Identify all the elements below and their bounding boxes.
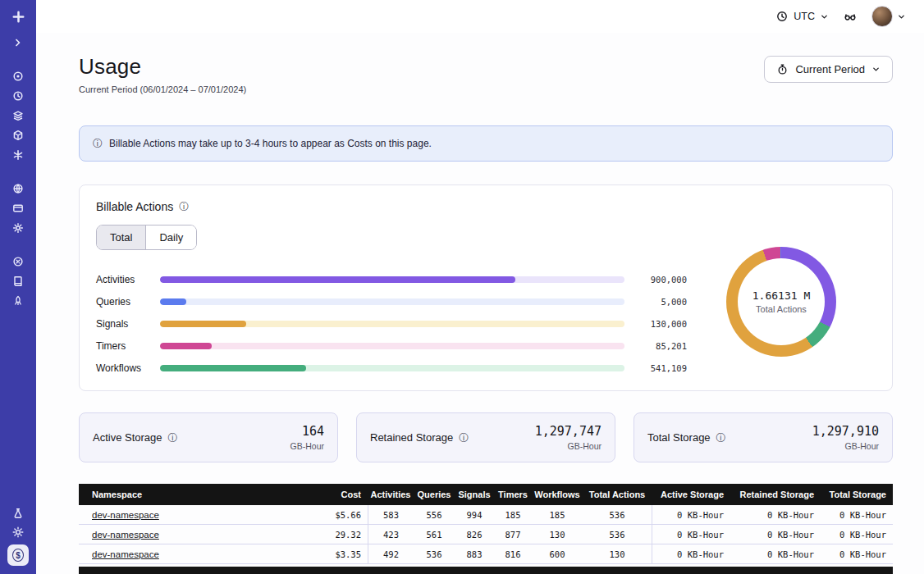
bar-row: Workflows541,109	[96, 357, 687, 379]
bar-fill	[160, 343, 212, 349]
active-storage-cell: 0 KB-Hour	[652, 544, 730, 563]
flask-icon[interactable]	[6, 503, 30, 522]
storage-card-value: 164	[290, 424, 324, 439]
layers-icon[interactable]	[6, 106, 30, 125]
active-storage-cell: 0 KB-Hour	[652, 525, 730, 544]
bar-row: Activities900,000	[96, 268, 687, 290]
bar-value: 85,201	[634, 341, 687, 351]
bar-fill	[160, 276, 515, 283]
history-icon[interactable]	[6, 86, 30, 105]
signals-cell: 883	[455, 544, 494, 563]
bar-track	[160, 343, 624, 349]
globe-icon[interactable]	[6, 179, 30, 198]
namespace-link[interactable]: dev-namespace	[92, 549, 159, 559]
column-header: Workflows	[532, 484, 583, 505]
namespace-link[interactable]: dev-namespace	[92, 530, 159, 540]
card-title-text: Billable Actions	[96, 200, 173, 213]
column-header: Namespace	[79, 484, 310, 505]
storage-card: Total Storageⓘ1,297,910GB-Hour	[634, 412, 893, 462]
main: Usage Current Period (06/01/2024 – 07/01…	[36, 33, 924, 574]
timezone-label: UTC	[794, 11, 815, 22]
page-subtitle: Current Period (06/01/2024 – 07/01/2024)	[79, 84, 246, 94]
total-actions-cell: 130	[583, 544, 652, 563]
info-icon[interactable]: ⓘ	[168, 433, 178, 443]
sidebar-group-account	[6, 179, 30, 237]
tab-daily[interactable]: Daily	[145, 226, 196, 249]
bar-value: 900,000	[634, 275, 687, 285]
bar-row: Signals130,000	[96, 312, 687, 335]
workflows-cell: 600	[532, 544, 583, 563]
retained-storage-cell: 0 KB-Hour	[730, 544, 821, 563]
storage-card-label: Active Storage	[93, 431, 162, 444]
card-title: Billable Actions ⓘ	[96, 200, 876, 213]
clock-icon	[775, 10, 789, 23]
timezone-selector[interactable]: UTC	[775, 10, 829, 23]
total-actions-cell: 536	[583, 505, 652, 524]
table-row: dev-namespace29.324235618268771305360 KB…	[79, 525, 893, 544]
table-row: dev-namespace$5.665835569941851855360 KB…	[79, 505, 893, 525]
storage-card-value: 1,297,910	[812, 424, 879, 439]
bar-fill	[160, 365, 306, 371]
column-header: Queries	[414, 484, 455, 505]
glasses-icon[interactable]	[844, 10, 857, 23]
table-footer-strip	[79, 567, 893, 574]
circle-x-icon[interactable]	[6, 252, 30, 271]
period-selector-button[interactable]: Current Period	[764, 56, 893, 83]
sidebar-expand-icon[interactable]	[6, 33, 30, 52]
bar-value: 130,000	[634, 319, 687, 329]
bar-row: Timers85,201	[96, 335, 687, 357]
retained-storage-cell: 0 KB-Hour	[730, 505, 821, 524]
dollar-icon[interactable]: $	[7, 544, 29, 566]
donut-ring: 1.66131 M Total Actions	[726, 247, 836, 357]
column-header: Signals	[455, 484, 494, 505]
tab-total[interactable]: Total	[97, 226, 145, 249]
bar-label: Timers	[96, 340, 150, 352]
temporal-logo-icon[interactable]	[6, 7, 30, 26]
storage-card-unit: GB-Hour	[535, 441, 602, 451]
content-area: UTC Usage Current Period (06/01/2024 – 0…	[36, 0, 924, 574]
rocket-icon[interactable]	[6, 291, 30, 310]
column-header: Retained Storage	[730, 484, 821, 505]
info-icon[interactable]: ⓘ	[716, 433, 726, 443]
chevron-down-icon	[820, 12, 829, 21]
bar-value: 541,109	[634, 363, 687, 373]
total-storage-cell: 0 KB-Hour	[821, 544, 893, 563]
column-header: Timers	[494, 484, 532, 505]
stopwatch-icon	[776, 63, 789, 75]
total-actions-cell: 536	[583, 525, 652, 544]
retained-storage-cell: 0 KB-Hour	[730, 525, 821, 544]
bar-label: Signals	[96, 318, 150, 330]
cube-icon[interactable]	[6, 125, 30, 144]
gear-icon[interactable]	[6, 218, 30, 237]
bar-track	[160, 298, 624, 305]
column-header: Activities	[368, 484, 414, 505]
info-icon[interactable]: ⓘ	[179, 202, 189, 212]
app-root: $ UTC Usage Current Period (06/01/2024	[0, 0, 924, 574]
storage-card-unit: GB-Hour	[812, 441, 879, 451]
user-menu[interactable]	[871, 6, 906, 27]
info-icon[interactable]: ⓘ	[459, 433, 469, 443]
book-icon[interactable]	[6, 271, 30, 290]
bar-fill	[160, 298, 186, 305]
column-header: Total Actions	[583, 484, 652, 505]
target-icon[interactable]	[6, 66, 30, 85]
queries-cell: 561	[414, 525, 455, 544]
workflows-cell: 130	[532, 525, 583, 544]
sidebar-group-help	[6, 252, 30, 310]
asterisk-icon[interactable]	[6, 145, 30, 164]
column-header: Total Storage	[821, 484, 893, 505]
billing-card-icon[interactable]	[6, 198, 30, 217]
namespace-link[interactable]: dev-namespace	[92, 510, 159, 520]
donut-total-value: 1.66131 M	[752, 289, 810, 302]
period-selector-label: Current Period	[795, 63, 865, 75]
bar-value: 5,000	[634, 297, 687, 307]
storage-card: Retained Storageⓘ1,297,747GB-Hour	[356, 412, 615, 462]
activities-cell: 583	[368, 505, 414, 524]
info-icon: ⓘ	[93, 139, 103, 148]
signals-cell: 994	[455, 505, 494, 524]
bar-track	[160, 321, 624, 327]
donut-chart: 1.66131 M Total Actions	[687, 225, 876, 379]
column-header: Cost	[310, 484, 368, 505]
usage-table: NamespaceCostActivitiesQueriesSignalsTim…	[79, 484, 893, 564]
sun-icon[interactable]	[6, 522, 30, 541]
